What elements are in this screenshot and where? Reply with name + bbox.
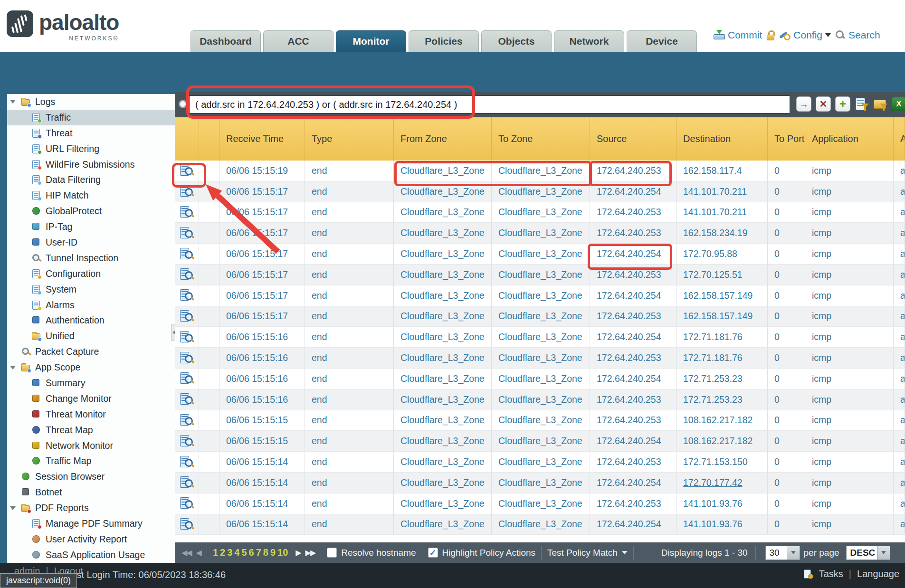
- page-link-7[interactable]: 7: [256, 547, 261, 558]
- sidebar-item-session-browser[interactable]: Session Browser: [7, 469, 175, 484]
- tab-device[interactable]: Device: [627, 30, 697, 52]
- tree-expander-icon[interactable]: [10, 506, 21, 510]
- log-detail-magnifier-icon[interactable]: [180, 185, 193, 198]
- log-detail-magnifier-icon[interactable]: [180, 518, 193, 531]
- cell-from-zone[interactable]: Cloudflare_L3_Zone: [394, 306, 492, 327]
- cell-from-zone[interactable]: Cloudflare_L3_Zone: [394, 514, 492, 535]
- sidebar-item-ip-tag[interactable]: IP-Tag: [7, 219, 175, 235]
- page-link-8[interactable]: 8: [263, 547, 268, 558]
- page-link-9[interactable]: 9: [270, 547, 276, 558]
- log-detail-magnifier-icon[interactable]: [180, 289, 193, 302]
- page-link-5[interactable]: 5: [241, 547, 247, 558]
- export-icon[interactable]: X: [892, 97, 905, 111]
- cell-to-zone[interactable]: Cloudflare_L3_Zone: [492, 202, 590, 223]
- cell-source[interactable]: 172.64.240.253: [590, 493, 676, 514]
- tasks-button[interactable]: Tasks: [819, 569, 843, 579]
- log-row[interactable]: 06/06 15:15:17endCloudflare_L3_ZoneCloud…: [175, 285, 905, 306]
- col-header-to-port[interactable]: To Port: [768, 117, 805, 161]
- cell-to-zone[interactable]: Cloudflare_L3_Zone: [492, 389, 590, 410]
- sort-order-dropdown-button[interactable]: [877, 546, 890, 560]
- sidebar-item-pdf-reports[interactable]: PDF Reports: [7, 500, 175, 516]
- cell-from-zone[interactable]: Cloudflare_L3_Zone: [394, 452, 492, 472]
- cell-source[interactable]: 172.64.240.253: [590, 265, 676, 285]
- cell-destination[interactable]: 162.158.234.19: [676, 223, 768, 243]
- cell-destination[interactable]: 172.70.177.42: [676, 473, 768, 493]
- sidebar-item-user-id[interactable]: User-ID: [7, 235, 175, 250]
- cell-from-zone[interactable]: Cloudflare_L3_Zone: [394, 410, 492, 431]
- search-button[interactable]: Search: [835, 29, 880, 41]
- cell-from-zone[interactable]: Cloudflare_L3_Zone: [394, 161, 492, 181]
- log-detail-magnifier-icon[interactable]: [180, 206, 193, 218]
- log-row[interactable]: 06/06 15:15:17endCloudflare_L3_ZoneCloud…: [175, 244, 905, 265]
- log-row[interactable]: 06/06 15:15:16endCloudflare_L3_ZoneCloud…: [175, 348, 905, 369]
- cell-source[interactable]: 172.64.240.254: [590, 244, 676, 264]
- cell-destination[interactable]: 162.158.157.149: [676, 285, 768, 306]
- col-header-type[interactable]: Type: [305, 117, 394, 161]
- cell-from-zone[interactable]: Cloudflare_L3_Zone: [394, 369, 492, 389]
- cell-source[interactable]: 172.64.240.253: [590, 410, 676, 431]
- log-row[interactable]: 06/06 15:15:16endCloudflare_L3_ZoneCloud…: [175, 389, 905, 410]
- language-button[interactable]: Language: [857, 569, 899, 579]
- col-header-destination[interactable]: Destination: [676, 117, 768, 161]
- highlight-policy-actions-checkbox[interactable]: ✓: [428, 548, 438, 558]
- cell-from-zone[interactable]: Cloudflare_L3_Zone: [394, 285, 492, 306]
- tab-network[interactable]: Network: [554, 30, 624, 52]
- cell-destination[interactable]: 162.158.157.149: [676, 306, 768, 327]
- cell-to-zone[interactable]: Cloudflare_L3_Zone: [492, 410, 590, 431]
- cell-source[interactable]: 172.64.240.254: [590, 473, 676, 493]
- cell-to-zone[interactable]: Cloudflare_L3_Zone: [492, 265, 590, 285]
- cell-from-zone[interactable]: Cloudflare_L3_Zone: [394, 431, 492, 451]
- sidebar-item-traffic-map[interactable]: Traffic Map: [7, 453, 175, 469]
- sidebar-item-configuration[interactable]: Configuration: [7, 266, 175, 282]
- test-policy-match-button[interactable]: Test Policy Match: [547, 548, 628, 558]
- sidebar-item-tunnel-inspection[interactable]: Tunnel Inspection: [7, 250, 175, 266]
- log-row[interactable]: 06/06 15:15:15endCloudflare_L3_ZoneCloud…: [175, 410, 905, 431]
- cell-destination[interactable]: 108.162.217.182: [676, 410, 768, 431]
- cell-destination[interactable]: 172.71.181.76: [676, 327, 768, 347]
- tree-expander-icon[interactable]: [10, 100, 21, 104]
- log-row[interactable]: 06/06 15:15:15endCloudflare_L3_ZoneCloud…: [175, 431, 905, 452]
- cell-source[interactable]: 172.64.240.253: [590, 223, 676, 243]
- highlight-policy-actions-toggle[interactable]: ✓ Highlight Policy Actions: [428, 548, 535, 558]
- page-link-1[interactable]: 1: [213, 547, 218, 558]
- last-page-icon[interactable]: ▶▶: [305, 548, 315, 557]
- sidebar-item-threat[interactable]: Threat: [7, 125, 175, 141]
- config-button[interactable]: Config: [779, 29, 831, 41]
- cell-to-zone[interactable]: Cloudflare_L3_Zone: [492, 493, 590, 514]
- next-page-icon[interactable]: ▶: [295, 548, 300, 557]
- cell-source[interactable]: 172.64.240.253: [590, 452, 676, 472]
- cell-destination[interactable]: 172.71.181.76: [676, 348, 768, 368]
- cell-destination[interactable]: 141.101.93.76: [676, 493, 768, 514]
- save-filter-icon[interactable]: [873, 97, 887, 111]
- log-row[interactable]: 06/06 15:15:17endCloudflare_L3_ZoneCloud…: [175, 202, 905, 223]
- page-link-2[interactable]: 2: [220, 547, 225, 558]
- sidebar-item-botnet[interactable]: Botnet: [7, 484, 175, 500]
- log-row[interactable]: 06/06 15:15:14endCloudflare_L3_ZoneCloud…: [175, 493, 905, 514]
- apply-filter-icon[interactable]: →: [796, 96, 811, 112]
- log-row[interactable]: 06/06 15:15:19endCloudflare_L3_ZoneCloud…: [175, 161, 905, 181]
- sidebar-item-unified[interactable]: Unified: [7, 328, 175, 344]
- sidebar-item-authentication[interactable]: Authentication: [7, 313, 175, 328]
- cell-to-zone[interactable]: Cloudflare_L3_Zone: [492, 181, 590, 202]
- tab-policies[interactable]: Policies: [409, 30, 479, 52]
- sidebar-item-hip-match[interactable]: HIP Match: [7, 188, 175, 203]
- first-page-icon[interactable]: ◀◀: [181, 548, 191, 557]
- log-detail-magnifier-icon[interactable]: [180, 456, 193, 468]
- cell-source[interactable]: 172.64.240.253: [590, 161, 676, 181]
- page-link-10[interactable]: 10: [277, 547, 288, 558]
- log-detail-magnifier-icon[interactable]: [180, 393, 193, 406]
- log-detail-magnifier-icon[interactable]: [180, 268, 193, 281]
- cell-from-zone[interactable]: Cloudflare_L3_Zone: [394, 348, 492, 368]
- cell-to-zone[interactable]: Cloudflare_L3_Zone: [492, 514, 590, 535]
- page-link-6[interactable]: 6: [249, 547, 254, 558]
- log-detail-magnifier-icon[interactable]: [180, 248, 193, 260]
- sidebar-item-url-filtering[interactable]: URL Filtering: [7, 141, 175, 157]
- cell-to-zone[interactable]: Cloudflare_L3_Zone: [492, 327, 590, 347]
- add-filter-icon[interactable]: +: [835, 96, 850, 112]
- log-detail-magnifier-icon[interactable]: [180, 414, 193, 427]
- log-filter-input[interactable]: [189, 95, 790, 114]
- cell-destination[interactable]: 172.71.153.150: [676, 452, 768, 472]
- cell-destination[interactable]: 141.101.70.211: [676, 202, 768, 223]
- per-page-value[interactable]: 30: [765, 546, 787, 560]
- log-detail-magnifier-icon[interactable]: [180, 352, 193, 364]
